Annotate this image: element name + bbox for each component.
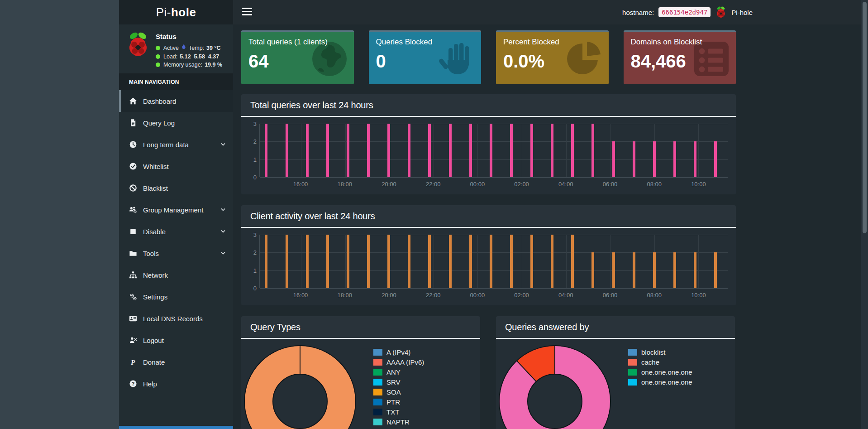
legend-label: PTR bbox=[386, 398, 400, 406]
gridline bbox=[434, 235, 434, 288]
legend-item-one-one-one-one[interactable]: one.one.one.one bbox=[628, 367, 692, 377]
nav-section-title: MAIN NAVIGATION bbox=[119, 73, 233, 90]
sidebar-item-long-term-data[interactable]: Long term data bbox=[119, 134, 233, 155]
y-axis-tick-label: 3 bbox=[253, 231, 257, 238]
sidebar-item-blacklist[interactable]: Blacklist bbox=[119, 177, 233, 199]
sidebar-item-label: Help bbox=[143, 380, 157, 388]
user-logout-icon bbox=[129, 336, 137, 344]
legend-item-aaaa-ipv6[interactable]: AAAA (IPv6) bbox=[373, 357, 424, 367]
bar bbox=[551, 124, 553, 177]
flame-icon bbox=[181, 43, 186, 53]
legend-item-soa[interactable]: SOA bbox=[373, 387, 424, 397]
gridline bbox=[566, 235, 567, 288]
legend-label: SRV bbox=[386, 378, 401, 386]
bar bbox=[714, 141, 717, 177]
sidebar-item-label: Disable bbox=[143, 228, 166, 236]
sidebar-item-dashboard[interactable]: Dashboard bbox=[119, 90, 233, 112]
sidebar-item-tools[interactable]: Tools bbox=[119, 242, 233, 264]
status-title: Status bbox=[156, 33, 222, 41]
hamburger-menu-icon[interactable] bbox=[242, 8, 252, 17]
bar bbox=[571, 124, 574, 177]
bar bbox=[408, 124, 410, 177]
sidebar-item-network[interactable]: Network bbox=[119, 264, 233, 286]
ban-icon bbox=[129, 184, 137, 192]
legend-label: blocklist bbox=[641, 348, 665, 356]
sidebar-item-query-log[interactable]: Query Log bbox=[119, 112, 233, 134]
memory-label: Memory usage: bbox=[163, 61, 202, 69]
svg-text:?: ? bbox=[132, 381, 135, 386]
statcard-queries-blocked: Queries Blocked0 bbox=[369, 30, 482, 84]
status-active-line: Active Temp: 39 °C bbox=[156, 43, 222, 53]
header-app-name: Pi-hole bbox=[731, 9, 753, 16]
gridline bbox=[477, 124, 478, 177]
gridline bbox=[260, 159, 728, 160]
legend-item-any[interactable]: ANY bbox=[373, 367, 424, 377]
legend-item-srv[interactable]: SRV bbox=[373, 377, 424, 387]
x-axis-tick-label: 16:00 bbox=[293, 292, 308, 299]
gridline bbox=[260, 252, 728, 253]
legend-item-cache[interactable]: cache bbox=[628, 357, 692, 367]
sidebar-item-local-dns-records[interactable]: Local DNS Records bbox=[119, 308, 233, 329]
gridline bbox=[301, 235, 301, 288]
scrollbar-thumb[interactable] bbox=[863, 2, 867, 233]
donut-hole bbox=[272, 374, 328, 429]
bar bbox=[469, 124, 472, 177]
legend-item-naptr[interactable]: NAPTR bbox=[373, 417, 424, 427]
sidebar-item-whitelist[interactable]: Whitelist bbox=[119, 155, 233, 177]
bar bbox=[387, 124, 390, 177]
gridline bbox=[610, 235, 610, 288]
legend-item-blocklist[interactable]: blocklist bbox=[628, 347, 692, 357]
x-axis-tick-label: 08:00 bbox=[647, 292, 662, 299]
bar bbox=[673, 141, 676, 177]
bar bbox=[694, 141, 696, 177]
bar bbox=[469, 235, 472, 288]
bar bbox=[612, 252, 615, 288]
clients-bar-chart: 3210 16:0018:0020:0022:0000:0002:0004:00… bbox=[248, 235, 728, 302]
panel-query-types: Query Types A (IPv4)AAAA (IPv6)ANYSRVSOA… bbox=[241, 316, 480, 429]
brand-text-light: Pi- bbox=[156, 5, 171, 19]
legend-swatch bbox=[373, 419, 382, 425]
svg-text:P: P bbox=[131, 358, 135, 366]
bar bbox=[428, 235, 431, 288]
sidebar-item-logout[interactable]: Logout bbox=[119, 329, 233, 351]
folder-icon bbox=[129, 249, 137, 257]
sidebar-item-label: Whitelist bbox=[143, 163, 169, 170]
sidebar-item-donate[interactable]: PDonate bbox=[119, 351, 233, 373]
bar bbox=[510, 124, 513, 177]
plot-area bbox=[259, 124, 728, 177]
y-axis-tick-label: 2 bbox=[253, 138, 257, 145]
sidebar-item-disable[interactable]: Disable bbox=[119, 221, 233, 242]
legend-label: one.one.one.one bbox=[641, 368, 692, 376]
legend-swatch bbox=[373, 369, 382, 376]
statcard-value: 64 bbox=[248, 51, 347, 72]
bar bbox=[286, 235, 288, 288]
donut-hole bbox=[527, 374, 582, 429]
bar bbox=[408, 235, 410, 288]
legend-item-a-ipv4[interactable]: A (IPv4) bbox=[373, 347, 424, 357]
bar bbox=[551, 235, 553, 288]
sidebar: Status Active Temp: 39 °C Load: 5.12 5.5… bbox=[119, 24, 233, 429]
gridline bbox=[260, 124, 728, 124]
statcard-percent-blocked: Percent Blocked0.0% bbox=[496, 30, 609, 84]
x-axis-tick-label: 00:00 bbox=[470, 292, 485, 299]
sidebar-item-group-management[interactable]: Group Management bbox=[119, 199, 233, 221]
sidebar-item-settings[interactable]: Settings bbox=[119, 286, 233, 308]
x-axis-tick-label: 18:00 bbox=[338, 292, 353, 299]
status-green-dot-icon bbox=[156, 46, 160, 50]
sidebar-item-help[interactable]: ?Help bbox=[119, 373, 233, 395]
legend-label: SOA bbox=[386, 388, 401, 396]
main-content: Total queries (1 clients)64Queries Block… bbox=[233, 24, 868, 429]
legend-item-txt[interactable]: TXT bbox=[373, 407, 424, 417]
bar bbox=[326, 124, 329, 177]
sidebar-brand[interactable]: Pi-hole bbox=[119, 0, 233, 24]
bar bbox=[591, 252, 594, 288]
temp-label: Temp: bbox=[189, 44, 204, 52]
file-icon bbox=[129, 119, 137, 127]
status-green-dot-icon bbox=[156, 54, 160, 59]
y-axis-tick-label: 0 bbox=[253, 174, 257, 181]
statcard-value: 0.0% bbox=[503, 51, 601, 72]
header-right-group: hostname: 666154e2d947 Pi-hole bbox=[622, 0, 753, 24]
hostname-label: hostname: bbox=[622, 9, 654, 16]
legend-item-ptr[interactable]: PTR bbox=[373, 397, 424, 407]
legend-item-one-one-one-one[interactable]: one.one.one.one bbox=[628, 377, 692, 387]
